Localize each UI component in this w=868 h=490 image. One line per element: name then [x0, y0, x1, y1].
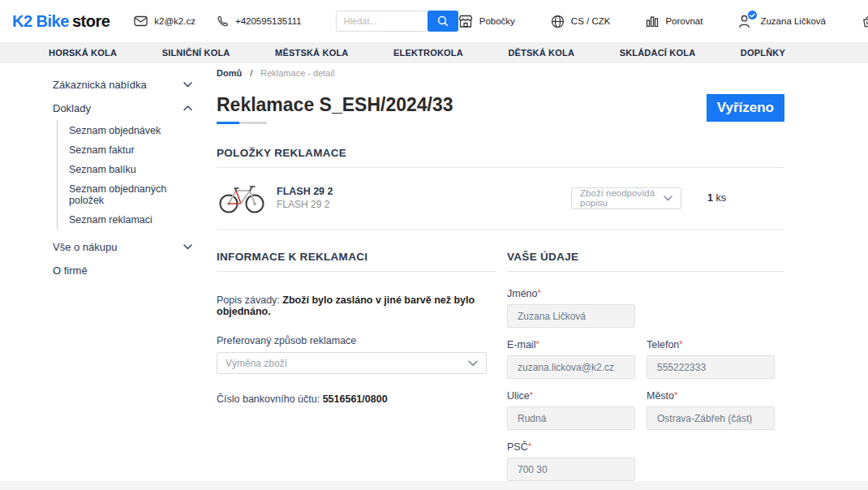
your-details-heading: VAŠE ÚDAJE	[507, 251, 784, 263]
title-block: Reklamace S_ESH/2024/33	[217, 94, 453, 124]
psc-input[interactable]	[507, 458, 635, 481]
label-text: PSČ	[507, 441, 528, 453]
header-quick-links: Pobočky CS / CZK Porovnat	[458, 14, 868, 28]
telefon-input[interactable]	[647, 355, 775, 379]
product-name-block: FLASH 29 2 FLASH 29 2	[277, 186, 333, 210]
chevron-down-icon	[468, 360, 478, 367]
claim-reason-select[interactable]: Zboží neodpovídá popisu	[571, 187, 681, 209]
account-user-name: Zuzana Ličková	[760, 16, 826, 26]
sidebar-item-o-firme[interactable]: O firmě	[53, 259, 192, 282]
nav-item-mestska-kola[interactable]: MĚSTSKÁ KOLA	[275, 48, 348, 58]
sidebar-item-vse-o-nakupu[interactable]: Vše o nákupu	[53, 235, 192, 259]
branches-link[interactable]: Pobočky	[458, 15, 515, 28]
search-bar	[336, 11, 458, 32]
contact-phone[interactable]: +420595135111	[217, 15, 302, 28]
nav-item-doplnky[interactable]: DOPLŇKY	[741, 48, 785, 58]
sidebar-item-label: Zákaznická nabídka	[53, 79, 147, 91]
nav-item-silnicni-kola[interactable]: SILNIČNÍ KOLA	[162, 48, 230, 58]
verified-check-icon	[748, 11, 757, 19]
branches-label: Pobočky	[479, 16, 515, 26]
claim-items-heading: POLOŽKY REKLAMACE	[217, 147, 784, 159]
defect-description-line: Popis závady: Zboží bylo zasláno v jiné …	[217, 294, 496, 317]
label-text: Jméno	[507, 288, 538, 299]
search-icon	[437, 15, 449, 27]
field-telefon: Telefon*	[647, 339, 775, 379]
compare-bars-icon	[646, 15, 659, 28]
claim-item-row: FLASH 29 2 FLASH 29 2 Zboží neodpovídá p…	[217, 168, 784, 230]
required-marker: *	[530, 390, 533, 400]
bank-account-label: Číslo bankovního účtu:	[217, 393, 320, 405]
field-email: E-mail*	[507, 339, 635, 379]
nav-item-skladaci-kola[interactable]: SKLÁDACÍ KOLA	[620, 48, 696, 58]
language-currency-link[interactable]: CS / CZK	[551, 15, 611, 28]
required-marker: *	[538, 288, 541, 298]
envelope-icon	[134, 15, 148, 27]
sidebar-item-seznam-reklamaci[interactable]: Seznam reklamaci	[69, 210, 192, 230]
product-name[interactable]: FLASH 29 2	[277, 186, 333, 197]
claim-info-heading: INFORMACE K REKLAMACI	[217, 251, 496, 263]
label-text: Město	[647, 390, 674, 402]
sidebar-item-doklady[interactable]: Doklady	[53, 97, 192, 120]
product-subtitle: FLASH 29 2	[277, 199, 333, 210]
label-text: Telefon	[647, 339, 679, 350]
title-underline-decoration	[217, 122, 267, 124]
label-text: Ulice	[507, 390, 530, 402]
mesto-input[interactable]	[647, 406, 775, 430]
chevron-down-icon	[183, 244, 192, 250]
page-title: Reklamace S_ESH/2024/33	[217, 94, 453, 116]
sidebar-item-seznam-baliku[interactable]: Seznam balíku	[69, 160, 192, 179]
required-marker: *	[679, 339, 682, 349]
sidebar-item-zakaznicka-nabidka[interactable]: Zákaznická nabídka	[53, 73, 192, 97]
main-content: Domů / Reklamace - detail Reklamace S_ES…	[217, 68, 784, 481]
sidebar-item-seznam-objednanych-polozek[interactable]: Seznam objednaných položek	[69, 179, 192, 210]
nav-item-detska-kola[interactable]: DĚTSKÁ KOLA	[508, 48, 574, 58]
search-button[interactable]	[428, 11, 458, 32]
email-input[interactable]	[507, 355, 635, 379]
psc-label: PSČ*	[507, 441, 635, 453]
ulice-label: Ulice*	[507, 390, 635, 402]
required-marker: *	[535, 339, 539, 349]
footer-band	[0, 481, 868, 490]
logo-part-dark: store	[72, 12, 110, 30]
sidebar-item-label: Doklady	[53, 102, 91, 114]
store-logo[interactable]: K2 Bikestore	[12, 12, 110, 31]
compare-link[interactable]: Porovnat	[646, 15, 703, 28]
quantity-unit: ks	[716, 192, 727, 204]
top-header: K2 Bikestore k2@k2.cz +420595135111	[0, 0, 868, 42]
sidebar-doklady-submenu: Seznam objednávek Seznam faktur Seznam b…	[57, 121, 192, 230]
nav-item-horska-kola[interactable]: HORSKÁ KOLA	[49, 48, 117, 58]
email-text: k2@k2.cz	[154, 16, 196, 26]
preferred-method-select[interactable]: Výměna zboží	[217, 352, 487, 374]
field-psc: PSČ*	[507, 441, 635, 481]
phone-text: +420595135111	[235, 16, 302, 26]
sidebar-item-seznam-objednavek[interactable]: Seznam objednávek	[69, 121, 192, 140]
category-nav: HORSKÁ KOLA SILNIČNÍ KOLA MĚSTSKÁ KOLA E…	[0, 42, 868, 63]
ulice-input[interactable]	[507, 406, 635, 430]
section-divider	[217, 271, 496, 272]
breadcrumb-home-link[interactable]: Domů	[217, 68, 242, 78]
account-sidebar: Zákaznická nabídka Doklady Seznam objedn…	[53, 73, 192, 282]
jmeno-label: Jméno*	[507, 288, 635, 299]
email-label: E-mail*	[507, 339, 635, 350]
label-text: E-mail	[507, 339, 535, 350]
search-input[interactable]	[336, 11, 429, 32]
storefront-icon	[458, 15, 473, 28]
account-link[interactable]: Zuzana Ličková	[738, 14, 826, 28]
defect-label: Popis závady:	[217, 294, 280, 306]
user-verified-icon	[738, 14, 754, 28]
contact-email[interactable]: k2@k2.cz	[134, 15, 196, 27]
grid-spacer	[647, 288, 775, 328]
cart-link[interactable]: Košík	[862, 15, 868, 28]
globe-icon	[551, 15, 565, 28]
title-row: Reklamace S_ESH/2024/33 Vyřízeno	[217, 94, 784, 124]
jmeno-input[interactable]	[507, 304, 635, 328]
your-details-section: VAŠE ÚDAJE Jméno* E-mail* Telefon* Uli	[507, 251, 784, 481]
quantity-display: 1 ks	[707, 192, 726, 204]
sidebar-item-seznam-faktur[interactable]: Seznam faktur	[69, 140, 192, 160]
nav-item-elektrokola[interactable]: ELEKTROKOLA	[393, 48, 463, 58]
preferred-method-value: Výměna zboží	[226, 358, 287, 369]
claim-reason-value: Zboží neodpovídá popisu	[580, 188, 664, 208]
field-ulice: Ulice*	[507, 390, 635, 430]
required-marker: *	[528, 441, 531, 451]
claim-info-section: INFORMACE K REKLAMACI Popis závady: Zbož…	[217, 251, 496, 481]
